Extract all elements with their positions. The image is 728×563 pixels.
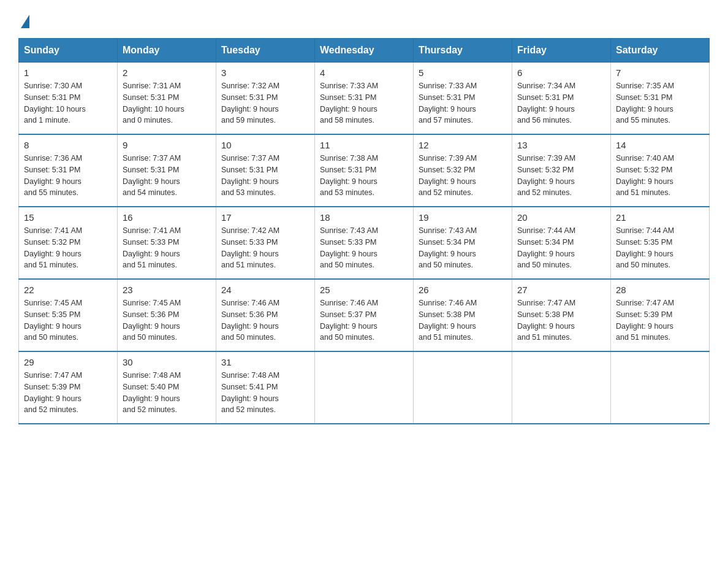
day-number: 12 bbox=[419, 140, 507, 150]
day-info: Sunrise: 7:46 AMSunset: 5:37 PMDaylight:… bbox=[320, 299, 378, 342]
day-info: Sunrise: 7:35 AMSunset: 5:31 PMDaylight:… bbox=[616, 82, 674, 124]
day-number: 11 bbox=[320, 140, 408, 150]
day-number: 6 bbox=[517, 67, 605, 78]
calendar-cell bbox=[512, 351, 611, 424]
calendar-cell: 13Sunrise: 7:39 AMSunset: 5:32 PMDayligh… bbox=[512, 134, 611, 207]
day-number: 13 bbox=[517, 140, 605, 150]
day-number: 23 bbox=[123, 285, 211, 295]
calendar-cell: 21Sunrise: 7:44 AMSunset: 5:35 PMDayligh… bbox=[611, 207, 710, 279]
calendar-cell bbox=[414, 351, 512, 424]
day-number: 25 bbox=[320, 285, 408, 295]
day-info: Sunrise: 7:40 AMSunset: 5:32 PMDaylight:… bbox=[616, 154, 674, 197]
calendar-week-row: 8Sunrise: 7:36 AMSunset: 5:31 PMDaylight… bbox=[19, 134, 710, 207]
day-number: 28 bbox=[616, 285, 704, 295]
calendar-cell: 27Sunrise: 7:47 AMSunset: 5:38 PMDayligh… bbox=[512, 279, 611, 351]
day-info: Sunrise: 7:48 AMSunset: 5:40 PMDaylight:… bbox=[123, 371, 181, 414]
day-info: Sunrise: 7:39 AMSunset: 5:32 PMDaylight:… bbox=[517, 154, 575, 197]
header-tuesday: Tuesday bbox=[216, 39, 315, 63]
day-number: 27 bbox=[517, 285, 605, 295]
page-header bbox=[18, 12, 710, 26]
calendar-cell: 25Sunrise: 7:46 AMSunset: 5:37 PMDayligh… bbox=[315, 279, 414, 351]
calendar-cell: 15Sunrise: 7:41 AMSunset: 5:32 PMDayligh… bbox=[19, 207, 118, 279]
day-number: 4 bbox=[320, 67, 408, 78]
calendar-cell: 8Sunrise: 7:36 AMSunset: 5:31 PMDaylight… bbox=[19, 134, 118, 207]
calendar-cell: 2Sunrise: 7:31 AMSunset: 5:31 PMDaylight… bbox=[118, 63, 216, 135]
calendar-cell: 23Sunrise: 7:45 AMSunset: 5:36 PMDayligh… bbox=[118, 279, 216, 351]
day-number: 15 bbox=[24, 212, 112, 223]
day-number: 20 bbox=[517, 212, 605, 223]
calendar-cell: 7Sunrise: 7:35 AMSunset: 5:31 PMDaylight… bbox=[611, 63, 710, 135]
day-number: 19 bbox=[419, 212, 507, 223]
calendar-cell: 6Sunrise: 7:34 AMSunset: 5:31 PMDaylight… bbox=[512, 63, 611, 135]
day-info: Sunrise: 7:46 AMSunset: 5:38 PMDaylight:… bbox=[419, 299, 477, 342]
calendar-cell: 4Sunrise: 7:33 AMSunset: 5:31 PMDaylight… bbox=[315, 63, 414, 135]
calendar-cell: 26Sunrise: 7:46 AMSunset: 5:38 PMDayligh… bbox=[414, 279, 512, 351]
header-wednesday: Wednesday bbox=[315, 39, 414, 63]
header-thursday: Thursday bbox=[414, 39, 512, 63]
calendar-cell: 19Sunrise: 7:43 AMSunset: 5:34 PMDayligh… bbox=[414, 207, 512, 279]
day-number: 10 bbox=[221, 140, 309, 150]
day-info: Sunrise: 7:32 AMSunset: 5:31 PMDaylight:… bbox=[221, 82, 279, 124]
logo-triangle-icon bbox=[21, 15, 29, 28]
day-number: 1 bbox=[24, 67, 112, 78]
calendar-cell: 28Sunrise: 7:47 AMSunset: 5:39 PMDayligh… bbox=[611, 279, 710, 351]
day-info: Sunrise: 7:43 AMSunset: 5:33 PMDaylight:… bbox=[320, 226, 378, 269]
day-info: Sunrise: 7:33 AMSunset: 5:31 PMDaylight:… bbox=[419, 82, 477, 124]
day-number: 26 bbox=[419, 285, 507, 295]
calendar-cell: 31Sunrise: 7:48 AMSunset: 5:41 PMDayligh… bbox=[216, 351, 315, 424]
calendar-cell: 22Sunrise: 7:45 AMSunset: 5:35 PMDayligh… bbox=[19, 279, 118, 351]
calendar-cell: 16Sunrise: 7:41 AMSunset: 5:33 PMDayligh… bbox=[118, 207, 216, 279]
day-number: 7 bbox=[616, 67, 704, 78]
day-number: 22 bbox=[24, 285, 112, 295]
calendar-table: SundayMondayTuesdayWednesdayThursdayFrid… bbox=[18, 38, 710, 424]
calendar-cell bbox=[611, 351, 710, 424]
day-number: 30 bbox=[123, 357, 211, 367]
header-monday: Monday bbox=[118, 39, 216, 63]
calendar-cell bbox=[315, 351, 414, 424]
calendar-header-row: SundayMondayTuesdayWednesdayThursdayFrid… bbox=[19, 39, 710, 63]
day-info: Sunrise: 7:37 AMSunset: 5:31 PMDaylight:… bbox=[221, 154, 279, 197]
day-info: Sunrise: 7:33 AMSunset: 5:31 PMDaylight:… bbox=[320, 82, 378, 124]
day-number: 5 bbox=[419, 67, 507, 78]
day-info: Sunrise: 7:31 AMSunset: 5:31 PMDaylight:… bbox=[123, 82, 184, 124]
day-number: 17 bbox=[221, 212, 309, 223]
calendar-cell: 5Sunrise: 7:33 AMSunset: 5:31 PMDaylight… bbox=[414, 63, 512, 135]
logo bbox=[18, 12, 29, 26]
day-number: 2 bbox=[123, 67, 211, 78]
day-info: Sunrise: 7:41 AMSunset: 5:32 PMDaylight:… bbox=[24, 226, 82, 269]
calendar-cell: 1Sunrise: 7:30 AMSunset: 5:31 PMDaylight… bbox=[19, 63, 118, 135]
calendar-week-row: 1Sunrise: 7:30 AMSunset: 5:31 PMDaylight… bbox=[19, 63, 710, 135]
day-number: 9 bbox=[123, 140, 211, 150]
header-friday: Friday bbox=[512, 39, 611, 63]
header-sunday: Sunday bbox=[19, 39, 118, 63]
day-number: 16 bbox=[123, 212, 211, 223]
day-info: Sunrise: 7:45 AMSunset: 5:36 PMDaylight:… bbox=[123, 299, 181, 342]
day-info: Sunrise: 7:44 AMSunset: 5:34 PMDaylight:… bbox=[517, 226, 575, 269]
day-number: 8 bbox=[24, 140, 112, 150]
header-saturday: Saturday bbox=[611, 39, 710, 63]
day-info: Sunrise: 7:39 AMSunset: 5:32 PMDaylight:… bbox=[419, 154, 477, 197]
day-info: Sunrise: 7:47 AMSunset: 5:39 PMDaylight:… bbox=[616, 299, 674, 342]
day-number: 14 bbox=[616, 140, 704, 150]
calendar-week-row: 15Sunrise: 7:41 AMSunset: 5:32 PMDayligh… bbox=[19, 207, 710, 279]
calendar-week-row: 29Sunrise: 7:47 AMSunset: 5:39 PMDayligh… bbox=[19, 351, 710, 424]
day-info: Sunrise: 7:46 AMSunset: 5:36 PMDaylight:… bbox=[221, 299, 279, 342]
calendar-cell: 11Sunrise: 7:38 AMSunset: 5:31 PMDayligh… bbox=[315, 134, 414, 207]
calendar-cell: 9Sunrise: 7:37 AMSunset: 5:31 PMDaylight… bbox=[118, 134, 216, 207]
day-info: Sunrise: 7:48 AMSunset: 5:41 PMDaylight:… bbox=[221, 371, 279, 414]
calendar-week-row: 22Sunrise: 7:45 AMSunset: 5:35 PMDayligh… bbox=[19, 279, 710, 351]
calendar-cell: 18Sunrise: 7:43 AMSunset: 5:33 PMDayligh… bbox=[315, 207, 414, 279]
calendar-cell: 12Sunrise: 7:39 AMSunset: 5:32 PMDayligh… bbox=[414, 134, 512, 207]
calendar-cell: 14Sunrise: 7:40 AMSunset: 5:32 PMDayligh… bbox=[611, 134, 710, 207]
calendar-cell: 17Sunrise: 7:42 AMSunset: 5:33 PMDayligh… bbox=[216, 207, 315, 279]
day-number: 3 bbox=[221, 67, 309, 78]
day-info: Sunrise: 7:34 AMSunset: 5:31 PMDaylight:… bbox=[517, 82, 575, 124]
day-number: 21 bbox=[616, 212, 704, 223]
day-number: 24 bbox=[221, 285, 309, 295]
day-info: Sunrise: 7:44 AMSunset: 5:35 PMDaylight:… bbox=[616, 226, 674, 269]
day-number: 29 bbox=[24, 357, 112, 367]
day-info: Sunrise: 7:43 AMSunset: 5:34 PMDaylight:… bbox=[419, 226, 477, 269]
calendar-cell: 24Sunrise: 7:46 AMSunset: 5:36 PMDayligh… bbox=[216, 279, 315, 351]
calendar-cell: 29Sunrise: 7:47 AMSunset: 5:39 PMDayligh… bbox=[19, 351, 118, 424]
day-info: Sunrise: 7:41 AMSunset: 5:33 PMDaylight:… bbox=[123, 226, 181, 269]
